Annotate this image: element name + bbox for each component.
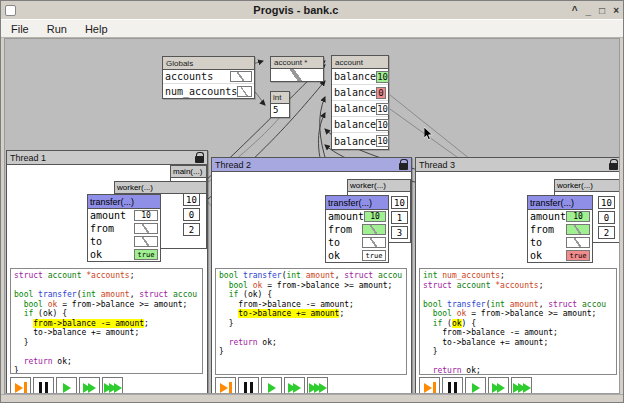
transfer-frame[interactable]: transfer(...) amount10 from to oktrue	[325, 195, 389, 263]
worker-locals: 10 0 2	[183, 193, 200, 236]
thread-3-titlebar[interactable]: Thread 3	[416, 158, 620, 172]
run-fast-button[interactable]	[79, 377, 100, 394]
close-button[interactable]: ×	[613, 5, 619, 16]
field-ok-value[interactable]: true	[566, 250, 590, 261]
thread-2-panel[interactable]: Thread 2 worker(...) 10 1 3 transfer(...…	[211, 157, 412, 394]
run-very-fast-button[interactable]	[307, 377, 328, 394]
code-line: struct account *accounts;	[14, 271, 199, 281]
account-pointer-box[interactable]: account *	[270, 56, 324, 82]
thread-controls	[215, 377, 328, 394]
pause-icon	[39, 382, 42, 393]
thread-3-panel[interactable]: Thread 3 worker(...) 10 0 2 transfer(...…	[415, 157, 620, 394]
worker-local-value[interactable]: 10	[391, 196, 408, 209]
very-fast-forward-icon	[319, 383, 327, 393]
code-line: if (ok) {	[14, 309, 199, 319]
field-amount-label: amount	[530, 211, 566, 222]
code-view[interactable]: struct account *accounts; bool transfer(…	[10, 268, 203, 374]
thread-2-titlebar[interactable]: Thread 2	[212, 158, 411, 172]
code-line	[423, 290, 613, 300]
field-from-pointer[interactable]	[362, 224, 386, 235]
run-button[interactable]	[465, 377, 486, 394]
thread-1-panel[interactable]: Thread 1 main(...) worker(...) 10 0 2	[6, 150, 208, 394]
field-from-pointer[interactable]	[566, 224, 590, 235]
worker-local-value[interactable]: 0	[598, 211, 615, 224]
num-accounts-pointer-cell[interactable]	[237, 86, 252, 97]
balance-value-cell[interactable]: 0	[376, 87, 386, 99]
shade-button[interactable]: ^	[572, 5, 578, 16]
worker-local-value[interactable]: 2	[598, 226, 615, 239]
worker-locals: 10 1 3	[391, 196, 408, 239]
workspace-canvas[interactable]: Globals accounts num_accounts account * …	[4, 38, 620, 394]
account-pointer-value-cell[interactable]	[271, 69, 323, 81]
accounts-pointer-cell[interactable]	[230, 71, 252, 82]
thread-1-title: Thread 1	[10, 153, 195, 163]
thread-1-titlebar[interactable]: Thread 1	[7, 151, 207, 165]
field-amount-value[interactable]: 10	[364, 211, 386, 222]
code-view[interactable]: bool transfer(int amount, struct accou b…	[215, 268, 407, 375]
field-to-pointer[interactable]	[362, 237, 386, 248]
field-amount-value[interactable]: 10	[566, 211, 590, 222]
code-view[interactable]: int num_accounts;struct account *account…	[419, 268, 617, 375]
run-button[interactable]	[56, 377, 77, 394]
worker-local-value[interactable]: 0	[183, 208, 200, 221]
window-titlebar[interactable]: Progvis - bank.c ^ _ □ ×	[1, 1, 623, 19]
balance-label: balance	[334, 103, 376, 114]
transfer-frame[interactable]: transfer(...) amount10 from to oktrue	[87, 194, 161, 262]
field-from-pointer[interactable]	[134, 223, 158, 234]
code-line	[14, 347, 199, 357]
pause-icon	[448, 382, 451, 393]
very-fast-forward-icon	[114, 383, 122, 393]
run-fast-button[interactable]	[284, 377, 305, 394]
balance-value-cell[interactable]: 10	[376, 135, 389, 147]
code-line: from->balance -= amount;	[423, 328, 613, 338]
step-button[interactable]	[215, 377, 236, 394]
pause-button[interactable]	[33, 377, 54, 394]
code-line: bool transfer(int amount, struct accou	[423, 300, 613, 310]
transfer-frame-header: transfer(...)	[528, 196, 592, 210]
run-button[interactable]	[261, 377, 282, 394]
worker-local-value[interactable]: 10	[183, 193, 200, 206]
field-to-pointer[interactable]	[134, 236, 158, 247]
step-icon	[15, 383, 23, 393]
thread-2-title: Thread 2	[215, 160, 399, 170]
transfer-frame[interactable]: transfer(...) amount10 from to oktrue	[527, 195, 593, 263]
pause-button[interactable]	[238, 377, 259, 394]
worker-local-value[interactable]: 1	[391, 211, 408, 224]
code-line: from->balance -= amount;	[14, 319, 199, 329]
step-button[interactable]	[419, 377, 440, 394]
code-line: struct account *accounts;	[423, 281, 613, 291]
worker-local-value[interactable]: 3	[391, 226, 408, 239]
step-button[interactable]	[10, 377, 31, 394]
field-ok-value[interactable]: true	[134, 249, 158, 260]
code-line: }	[14, 338, 199, 348]
play-icon	[63, 383, 71, 393]
code-line: }	[219, 347, 403, 357]
window-title: Progvis - bank.c	[20, 4, 572, 16]
run-very-fast-button[interactable]	[511, 377, 532, 394]
worker-local-value[interactable]: 2	[183, 223, 200, 236]
int-box[interactable]: int 5	[270, 91, 290, 118]
field-to-pointer[interactable]	[566, 237, 590, 248]
run-very-fast-button[interactable]	[102, 377, 123, 394]
menu-file[interactable]: File	[11, 23, 29, 35]
field-amount-value[interactable]: 10	[134, 210, 158, 221]
balance-value-cell[interactable]: 10	[376, 71, 389, 83]
balance-value-cell[interactable]: 10	[376, 119, 389, 131]
pause-button[interactable]	[442, 377, 463, 394]
maximize-button[interactable]: □	[599, 5, 605, 16]
menu-help[interactable]: Help	[85, 23, 108, 35]
minimize-button[interactable]: _	[586, 5, 592, 16]
account-array-panel[interactable]: account balance 10 balance 0 balance 10 …	[331, 55, 389, 150]
globals-panel[interactable]: Globals accounts num_accounts	[162, 56, 255, 99]
account-row: balance 10	[332, 133, 388, 149]
field-ok-label: ok	[90, 249, 134, 260]
field-ok-value[interactable]: true	[362, 250, 386, 261]
code-line: from->balance -= amount;	[219, 300, 403, 310]
worker-local-value[interactable]: 10	[598, 196, 615, 209]
thread-3-title: Thread 3	[419, 160, 609, 170]
run-fast-button[interactable]	[488, 377, 509, 394]
main-frame-header: main(...)	[171, 166, 206, 178]
transfer-frame-header: transfer(...)	[326, 196, 388, 210]
balance-value-cell[interactable]: 10	[376, 103, 389, 115]
menu-run[interactable]: Run	[47, 23, 67, 35]
